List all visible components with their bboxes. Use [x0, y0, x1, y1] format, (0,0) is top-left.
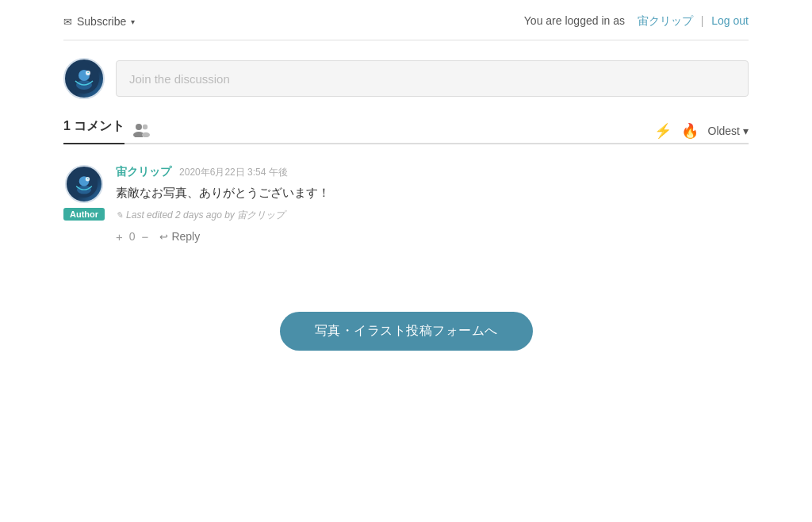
reply-button[interactable]: ↩ Reply — [155, 230, 205, 243]
community-icon — [132, 122, 150, 139]
top-bar: ✉ Subscribe ▾ You are logged in as 宙クリップ… — [63, 0, 749, 40]
comments-left: 1 コメント — [63, 118, 150, 135]
pipe-separator-2: | — [701, 14, 707, 27]
svg-point-11 — [86, 177, 90, 181]
join-placeholder: Join the discussion — [129, 72, 230, 86]
comment-author-name: 宙クリップ — [116, 165, 171, 179]
edited-text: Last edited 2 days ago by 宙クリップ — [126, 209, 285, 222]
edit-icon: ✎ — [116, 210, 123, 221]
current-user-avatar — [63, 58, 105, 99]
sort-chevron-icon: ▾ — [743, 125, 749, 137]
vote-count: 0 — [129, 230, 136, 243]
join-input-field[interactable]: Join the discussion — [116, 60, 749, 97]
sort-label: Oldest — [708, 125, 740, 137]
comment-item: Author 宙クリップ 2020年6月22日 3:54 午後 素敵なお写真、あ… — [63, 165, 749, 244]
comments-right: ⚡ 🔥 Oldest ▾ — [654, 122, 749, 140]
reply-label: Reply — [171, 230, 200, 243]
svg-point-4 — [136, 124, 142, 130]
comment-meta: 宙クリップ 2020年6月22日 3:54 午後 — [116, 165, 749, 179]
comment-user-left: Author — [63, 165, 105, 244]
bolt-icon: ⚡ — [654, 122, 672, 140]
chevron-down-icon: ▾ — [131, 17, 135, 26]
svg-point-6 — [143, 125, 147, 129]
comment-actions: + 0 − ↩ Reply — [116, 230, 749, 244]
upvote-button[interactable]: + — [116, 230, 123, 244]
logged-in-username: 宙クリップ — [638, 14, 693, 27]
comment-text: 素敵なお写真、ありがとうございます！ — [116, 184, 749, 202]
cta-button[interactable]: 写真・イラスト投稿フォームへ — [280, 312, 533, 351]
fire-icon: 🔥 — [681, 122, 699, 140]
author-badge: Author — [63, 208, 105, 221]
login-text: You are logged in as — [524, 14, 625, 27]
comments-count: 1 コメント — [63, 118, 124, 144]
cta-section: 写真・イラスト投稿フォームへ — [63, 272, 749, 382]
envelope-icon: ✉ — [63, 16, 72, 28]
downvote-button[interactable]: − — [142, 230, 149, 244]
comments-section: Author 宙クリップ 2020年6月22日 3:54 午後 素敵なお写真、あ… — [63, 159, 749, 272]
subscribe-label: Subscribe — [77, 15, 126, 28]
svg-point-7 — [142, 132, 150, 137]
logout-link[interactable]: Log out — [711, 14, 749, 27]
reply-arrow-icon: ↩ — [159, 231, 168, 243]
login-status: You are logged in as 宙クリップ | Log out — [524, 14, 749, 29]
comment-edited: ✎ Last edited 2 days ago by 宙クリップ — [116, 209, 749, 222]
comments-header: 1 コメント ⚡ 🔥 Oldest ▾ — [63, 118, 749, 144]
sort-button[interactable]: Oldest ▾ — [708, 125, 749, 137]
comment-date: 2020年6月22日 3:54 午後 — [179, 166, 288, 179]
subscribe-button[interactable]: ✉ Subscribe ▾ — [63, 15, 135, 28]
join-discussion-area: Join the discussion — [63, 40, 749, 118]
commenter-avatar — [65, 165, 103, 203]
comment-body: 宙クリップ 2020年6月22日 3:54 午後 素敵なお写真、ありがとうござい… — [116, 165, 749, 244]
